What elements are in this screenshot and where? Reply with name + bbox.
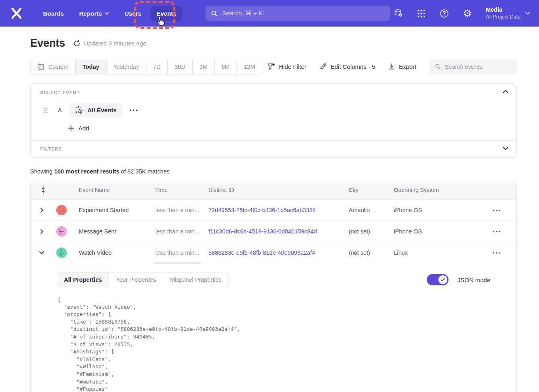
nav-item-users[interactable]: Users [118,6,147,21]
search-events-input[interactable] [445,64,512,70]
city-cell: (not set) [349,250,394,256]
range-6m[interactable]: 6M [215,59,237,74]
range-30d[interactable]: 30D [168,59,193,74]
column-os[interactable]: Operating System [394,187,477,193]
help-icon[interactable] [439,8,450,19]
city-cell: (not set) [349,228,394,235]
column-time[interactable]: Time [155,187,208,193]
toolbar: Custom Today Yesterday 7D 30D 3M 6M 12M … [30,59,517,74]
nav-item-reports[interactable]: Reports [73,6,115,21]
expand-row-button[interactable] [31,208,53,213]
nav-item-events[interactable]: Events [150,6,182,21]
date-range-control: Custom Today Yesterday 7D 30D 3M 6M 12M [30,59,262,74]
chevron-down-icon [105,12,109,15]
sort-icon[interactable] [41,186,46,194]
event-json-view: { "event": "Watch Video", "properties": … [58,296,490,392]
ellipsis-icon [493,231,501,233]
chevron-down-icon [39,251,44,254]
last-updated-text: Updated 3 minutes ago [84,40,146,47]
json-mode-toggle[interactable] [427,274,448,285]
event-avatar [56,226,67,237]
row-more-button[interactable] [493,231,501,233]
range-yesterday[interactable]: Yesterday [107,59,146,74]
filters-label: FILTERS [40,146,507,151]
filter-funnel-icon [267,63,275,70]
tab-your-properties[interactable]: Your Properties [109,272,163,287]
drag-handle-icon[interactable] [43,107,48,113]
event-name-cell: Experiment Started [79,207,155,213]
tab-mixpanel-properties[interactable]: Mixpanel Properties [163,272,228,287]
os-cell: Linux [394,250,477,256]
page-header: Events Updated 3 minutes ago [30,37,517,50]
range-today[interactable]: Today [76,59,107,74]
search-icon [435,63,441,70]
event-avatar [56,248,67,258]
collapse-row-button[interactable] [31,251,53,254]
add-event-button[interactable]: Add [68,125,507,132]
distinct-id-link[interactable]: f11c30d6-dc6d-4518-9136-0d046159c84d [208,228,349,235]
expand-row-button[interactable] [31,229,53,234]
hide-filter-button[interactable]: Hide Filter [267,63,306,70]
ellipsis-icon [493,209,501,211]
refresh-icon[interactable] [73,40,80,47]
column-event-name[interactable]: Event Name [79,187,155,193]
nav-items: Boards Reports Users Events [37,6,182,21]
expand-chevron-down-icon[interactable] [503,146,508,151]
mixpanel-logo-icon[interactable] [10,6,23,20]
collapse-chevron-up-icon[interactable] [503,89,508,94]
table-header: Event Name Time Distinct ID City Operati… [31,181,516,199]
apps-grid-icon[interactable] [416,8,427,19]
distinct-id-link[interactable]: 5886283e-e9fb-48fb-81de-40e9093a2af4 [208,250,349,256]
select-event-section: SELECT EVENT A All Ev [31,84,516,140]
distinct-id-link[interactable]: 72d49553-25fc-4f0c-b436-1b5ac6ab3388 [208,207,349,213]
top-nav: Boards Reports Users Events [0,0,539,27]
event-chip-label: All Events [87,107,117,113]
plus-icon [68,125,74,131]
search-events-box[interactable] [430,59,517,74]
os-cell: iPhone OS [394,207,477,213]
settings-gear-icon[interactable]: ⚙ [462,8,473,19]
city-cell: Amarillo [349,207,394,213]
search-icon [211,10,218,17]
check-icon [440,278,445,282]
event-selector-chip[interactable]: All Events [70,103,122,118]
export-button[interactable]: Export [389,63,416,70]
main-content: Events Updated 3 minutes ago Custom Toda… [30,37,517,392]
nav-item-boards[interactable]: Boards [37,6,70,21]
project-switcher[interactable]: Media All Project Data [486,6,530,20]
range-3m[interactable]: 3M [193,59,215,74]
global-search[interactable] [206,6,390,21]
data-management-icon[interactable] [393,8,404,19]
time-cell: less than a min... [155,228,208,235]
range-7d[interactable]: 7D [146,59,168,74]
table-row[interactable]: Message Sent less than a min... f11c30d6… [31,221,516,242]
column-city[interactable]: City [349,187,394,193]
row-more-button[interactable] [493,252,501,254]
results-summary: Showing 100 most recent results of 82.35… [30,168,517,175]
calendar-icon [37,63,44,70]
range-12m[interactable]: 12M [237,59,262,74]
tab-all-properties[interactable]: All Properties [57,272,109,287]
event-row-letter: A [58,107,62,113]
events-table: Event Name Time Distinct ID City Operati… [30,181,517,392]
table-row[interactable]: Experiment Started less than a min... 72… [31,199,516,221]
query-builder-card: SELECT EVENT A All Ev [30,83,517,158]
event-detail-panel: All Properties Your Properties Mixpanel … [31,263,516,392]
page-title: Events [30,37,65,50]
event-name-cell: Message Sent [79,228,155,235]
event-name-cell: Watch Video [79,250,155,256]
chevron-right-icon [40,229,43,234]
global-search-input[interactable] [222,10,384,17]
event-row-more-button[interactable] [129,109,138,111]
table-row-expanded[interactable]: Watch Video less than a min... 5886283e-… [31,242,516,263]
column-distinct-id[interactable]: Distinct ID [208,187,349,193]
json-mode-label: JSON mode [457,276,490,283]
time-column-scrollbar[interactable] [154,262,201,264]
row-more-button[interactable] [493,209,501,211]
ellipsis-icon [493,252,501,254]
time-cell: less than a min... [155,207,208,213]
event-avatar [56,205,67,215]
range-custom[interactable]: Custom [31,59,76,74]
properties-tabs: All Properties Your Properties Mixpanel … [57,272,229,287]
edit-columns-button[interactable]: Edit Columns · 5 [320,63,375,70]
